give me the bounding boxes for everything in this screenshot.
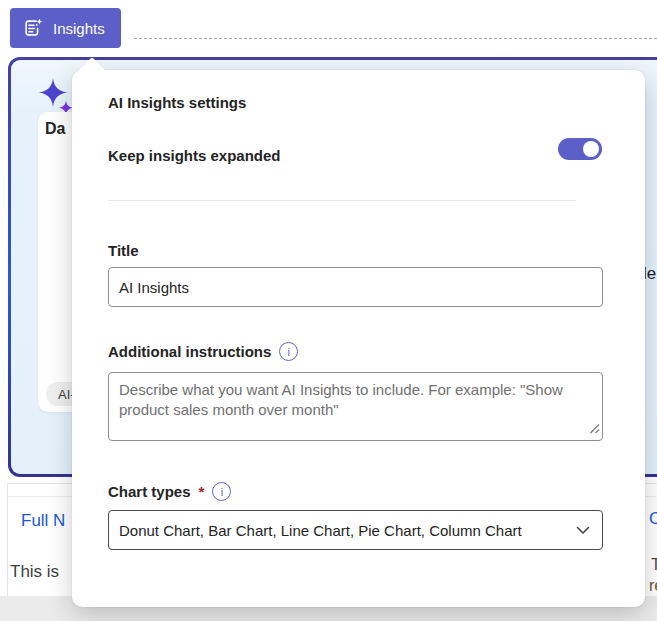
chart-types-dropdown[interactable]: Donut Chart, Bar Chart, Line Chart, Pie … [108, 510, 603, 550]
required-asterisk: * [199, 483, 205, 500]
insights-button[interactable]: Insights [10, 8, 121, 48]
info-icon[interactable]: i [279, 342, 298, 361]
table-cell-right-line1: T [651, 556, 657, 574]
column-header-right[interactable]: C [649, 509, 657, 529]
popover-title: AI Insights settings [108, 94, 246, 111]
chart-types-value: Donut Chart, Bar Chart, Line Chart, Pie … [119, 522, 522, 539]
table-cell-left: This is [10, 562, 59, 582]
app-screen: Insights Da le AI- Full N C This is T re… [0, 0, 657, 621]
insight-card-title-fragment: Da [45, 120, 65, 138]
chevron-down-icon [576, 526, 590, 535]
ai-insights-settings-popover: AI Insights settings Keep insights expan… [72, 70, 645, 607]
title-input[interactable] [108, 267, 603, 307]
insights-button-label: Insights [53, 20, 105, 37]
keep-insights-expanded-label: Keep insights expanded [108, 147, 281, 164]
keep-insights-expanded-toggle[interactable] [558, 138, 602, 160]
title-field-label: Title [108, 242, 139, 259]
toggle-knob [583, 141, 599, 157]
additional-instructions-label: Additional instructions i [108, 342, 298, 361]
section-divider [108, 200, 576, 201]
column-header-full-name[interactable]: Full N [21, 511, 65, 531]
instructions-textarea[interactable] [108, 372, 603, 441]
chart-types-label: Chart types * i [108, 482, 231, 501]
dashed-divider [134, 38, 657, 39]
instructions-field-wrap [108, 372, 603, 441]
form-sparkle-icon [22, 17, 44, 39]
table-cell-right-line2: re [649, 577, 657, 595]
info-icon[interactable]: i [212, 482, 231, 501]
